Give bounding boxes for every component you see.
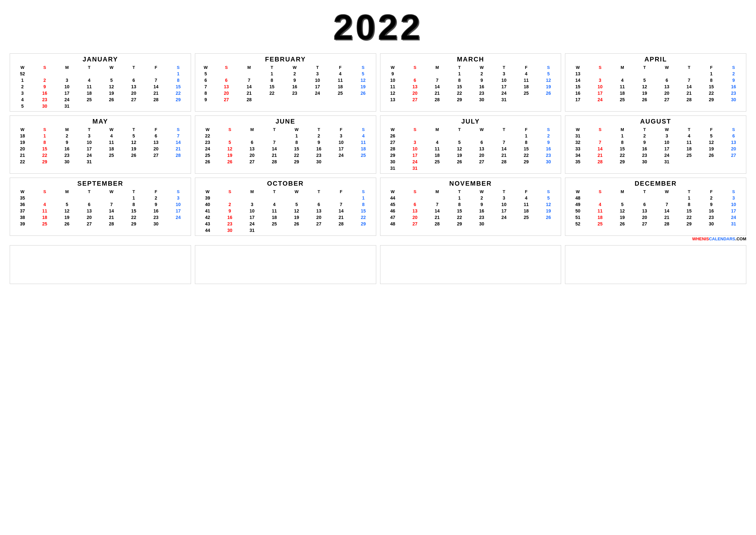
col-header-mon: M <box>56 127 78 133</box>
day-cell: 14 <box>100 208 122 214</box>
week-row: 4945678910 <box>567 201 745 208</box>
day-cell <box>215 70 237 77</box>
week-row: 316171819202122 <box>11 90 189 97</box>
day-cell <box>100 70 122 77</box>
day-cell: 13 <box>722 139 745 146</box>
day-cell: 17 <box>404 152 426 158</box>
day-cell: 3 <box>241 201 263 208</box>
col-header-fri: F <box>515 188 537 195</box>
day-cell: 37 <box>11 208 34 214</box>
day-cell: 15 <box>260 83 283 90</box>
day-cell <box>493 133 515 139</box>
day-cell: 18 <box>515 208 537 214</box>
day-cell <box>537 165 559 171</box>
day-cell: 7 <box>426 77 448 83</box>
day-cell: 5 <box>11 103 34 109</box>
day-cell: 6 <box>308 201 330 208</box>
col-header-sat: S <box>722 188 745 195</box>
day-cell: 47 <box>382 214 404 221</box>
day-cell: 4 <box>589 201 611 208</box>
day-cell: 12 <box>700 139 722 146</box>
day-cell <box>589 70 611 77</box>
day-cell: 20 <box>471 152 493 158</box>
day-cell: 5 <box>219 139 241 146</box>
day-cell: 29 <box>678 221 700 227</box>
day-cell: 4 <box>678 133 700 139</box>
week-row: 2412131415161718 <box>197 146 375 152</box>
col-header-sat: S <box>352 127 375 133</box>
day-cell: 22 <box>34 152 56 158</box>
day-cell: 10 <box>167 201 189 208</box>
col-header-thu: T <box>122 64 145 70</box>
day-cell: 13 <box>634 208 656 214</box>
day-cell: 25 <box>589 221 611 227</box>
col-header-fri: F <box>700 64 722 70</box>
day-cell: 22 <box>515 152 537 158</box>
cal-table-december: WSMTWTFS48123494567891050111213141516175… <box>567 188 745 227</box>
day-cell: 31 <box>56 103 78 109</box>
day-cell: 8 <box>167 77 189 83</box>
day-cell: 1 <box>678 195 700 201</box>
day-cell: 12 <box>285 208 308 214</box>
day-cell: 14 <box>678 83 700 90</box>
day-cell: 26 <box>352 90 375 97</box>
day-cell: 45 <box>382 201 404 208</box>
day-cell: 11 <box>352 139 375 146</box>
col-header-fri: F <box>515 64 537 70</box>
day-cell: 7 <box>167 133 189 139</box>
day-cell: 4 <box>611 77 634 83</box>
day-cell: 17 <box>56 90 78 97</box>
month-name-march: MARCH <box>382 56 560 63</box>
day-cell: 24 <box>493 214 515 221</box>
day-cell: 27 <box>471 158 493 165</box>
col-header-sun: S <box>589 64 611 70</box>
day-cell: 18 <box>678 146 700 152</box>
week-row: 2810111213141516 <box>382 146 560 152</box>
day-cell: 8 <box>34 139 56 146</box>
col-header-week: W <box>382 64 404 70</box>
day-cell: 28 <box>426 97 448 103</box>
day-cell <box>78 103 100 109</box>
day-cell <box>589 195 611 201</box>
calendars-grid: JANUARYWSMTWTFS5211234567829101112131415… <box>7 53 749 236</box>
day-cell <box>700 158 722 165</box>
day-cell: 5 <box>611 201 634 208</box>
day-cell: 3 <box>493 70 515 77</box>
day-cell: 15 <box>448 208 471 214</box>
day-cell: 30 <box>634 158 656 165</box>
cal-table-august: WSMTWTFS31123456327891011121333141516171… <box>567 127 745 165</box>
footer-box-1 <box>10 245 191 284</box>
day-cell: 30 <box>34 103 56 109</box>
day-cell: 24 <box>330 152 352 158</box>
month-name-january: JANUARY <box>11 56 189 63</box>
day-cell: 21 <box>167 146 189 152</box>
day-cell: 20 <box>722 146 745 152</box>
day-cell: 18 <box>329 83 351 90</box>
day-cell: 30 <box>145 221 167 227</box>
day-cell: 29 <box>167 97 189 103</box>
week-row: 3314151617181920 <box>567 146 745 152</box>
day-cell: 12 <box>448 146 471 152</box>
day-cell: 5 <box>122 133 145 139</box>
day-cell: 5 <box>352 70 375 77</box>
col-header-sat: S <box>167 188 189 195</box>
day-cell: 8 <box>352 201 375 208</box>
day-cell: 5 <box>56 201 78 208</box>
month-name-october: OCTOBER <box>197 180 375 187</box>
day-cell: 28 <box>426 221 448 227</box>
week-row: 1510111213141516 <box>567 83 745 90</box>
day-cell: 18 <box>34 214 56 221</box>
day-cell: 15 <box>678 208 700 214</box>
week-row: 3528293031 <box>567 158 745 165</box>
day-cell: 29 <box>700 97 722 103</box>
day-cell: 24 <box>167 214 189 221</box>
col-header-mon: M <box>611 188 634 195</box>
day-cell: 6 <box>722 133 745 139</box>
day-cell <box>330 158 352 165</box>
day-cell: 13 <box>241 146 263 152</box>
day-cell: 16 <box>567 90 589 97</box>
day-cell: 17 <box>241 214 263 221</box>
month-block-march: MARCHWSMTWTFS912345106789101112111314151… <box>380 53 561 112</box>
day-cell <box>306 97 329 103</box>
day-cell: 28 <box>100 221 122 227</box>
